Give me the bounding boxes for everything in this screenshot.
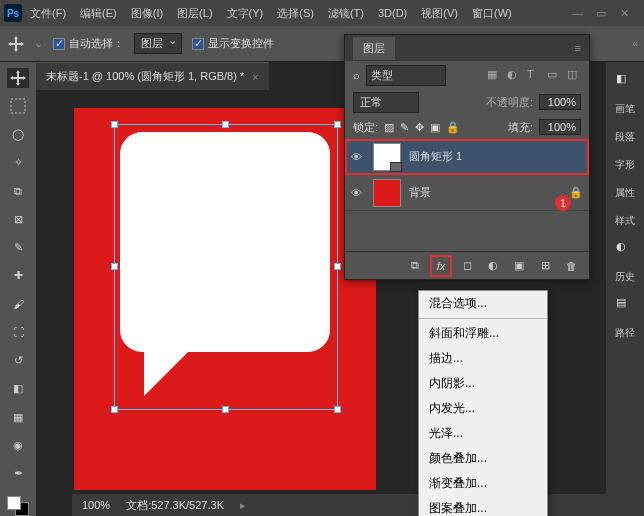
visibility-eye-icon[interactable]: 👁	[351, 187, 365, 199]
marquee-tool[interactable]	[7, 96, 29, 116]
delete-layer-icon[interactable]: 🗑	[563, 258, 579, 274]
filter-adjust-icon[interactable]: ◐	[507, 68, 521, 82]
dock-brush[interactable]: 画笔	[610, 98, 640, 120]
menu-text[interactable]: 文字(Y)	[221, 2, 270, 25]
color-panel-icon[interactable]: ◧	[616, 72, 634, 90]
brush-tool[interactable]: 🖌	[7, 294, 29, 314]
document-tab[interactable]: 未标题-1 @ 100% (圆角矩形 1, RGB/8) *×	[36, 62, 269, 90]
move-tool-icon	[8, 36, 24, 52]
move-tool[interactable]	[7, 68, 29, 88]
filter-text-icon[interactable]: T	[527, 68, 541, 82]
filter-type-dropdown[interactable]: 类型	[366, 65, 446, 86]
lock-pixels-icon[interactable]: ✎	[400, 121, 409, 134]
window-controls: — ▭ ✕	[572, 7, 640, 19]
lock-all-icon[interactable]: 🔒	[446, 121, 460, 134]
opacity-label: 不透明度:	[486, 95, 533, 110]
fx-blend-options[interactable]: 混合选项...	[419, 291, 547, 316]
layer-thumbnail[interactable]	[373, 179, 401, 207]
dock-paths[interactable]: 路径	[610, 322, 640, 344]
layers-panel-footer: ⧉ fx ◻ ◐ ▣ ⊞ 🗑	[345, 251, 589, 279]
adjustments-panel-icon[interactable]: ◐	[616, 240, 634, 258]
healing-tool[interactable]: ✚	[7, 266, 29, 286]
collapse-panels-icon[interactable]: «	[632, 38, 638, 49]
gradient-tool[interactable]: ▦	[7, 407, 29, 427]
canvas[interactable]	[74, 108, 376, 490]
lock-row: 锁定: ▨ ✎ ✥ ▣ 🔒 填充: 100%	[345, 115, 589, 139]
panel-menu-icon[interactable]: ≡	[575, 42, 581, 54]
auto-select-target-dropdown[interactable]: 图层	[134, 33, 182, 54]
menu-view[interactable]: 视图(V)	[415, 2, 464, 25]
speech-bubble-shape[interactable]	[120, 132, 330, 392]
dock-history[interactable]: 历史	[610, 266, 640, 288]
fx-bevel[interactable]: 斜面和浮雕...	[419, 321, 547, 346]
visibility-eye-icon[interactable]: 👁	[351, 151, 365, 163]
fx-satin[interactable]: 光泽...	[419, 421, 547, 446]
lasso-tool[interactable]: ◯	[7, 125, 29, 145]
dock-styles[interactable]: 样式	[610, 210, 640, 232]
layer-row-selected[interactable]: 👁 圆角矩形 1	[345, 139, 589, 175]
opacity-input[interactable]: 100%	[539, 94, 581, 110]
fx-inner-glow[interactable]: 内发光...	[419, 396, 547, 421]
frame-tool[interactable]: ⊠	[7, 209, 29, 229]
dock-paragraph[interactable]: 段落	[610, 126, 640, 148]
right-dock: ◧ 画笔 段落 字形 属性 样式 ◐ 历史 ▤ 路径	[606, 62, 644, 516]
fx-inner-shadow[interactable]: 内阴影...	[419, 371, 547, 396]
menu-window[interactable]: 窗口(W)	[466, 2, 518, 25]
eraser-tool[interactable]: ◧	[7, 379, 29, 399]
menu-filter[interactable]: 滤镜(T)	[322, 2, 370, 25]
fx-stroke[interactable]: 描边...	[419, 346, 547, 371]
filter-shape-icon[interactable]: ▭	[547, 68, 561, 82]
fx-pattern-overlay[interactable]: 图案叠加...	[419, 496, 547, 516]
layer-name[interactable]: 背景	[409, 185, 561, 200]
menu-edit[interactable]: 编辑(E)	[74, 2, 123, 25]
menu-3d[interactable]: 3D(D)	[372, 3, 413, 23]
menu-select[interactable]: 选择(S)	[271, 2, 320, 25]
annotation-marker-1: 1	[555, 195, 571, 211]
chevron-down-icon[interactable]: ⌄	[34, 37, 43, 50]
group-icon[interactable]: ▣	[511, 258, 527, 274]
menu-file[interactable]: 文件(F)	[24, 2, 72, 25]
maximize-icon[interactable]: ▭	[596, 7, 608, 19]
layers-panel: 图层 ≡ ⌕ 类型 ▦ ◐ T ▭ ◫ 正常 不透明度: 100% 锁定: ▨ …	[344, 34, 590, 280]
link-layers-icon[interactable]: ⧉	[407, 258, 423, 274]
lock-position-icon[interactable]: ✥	[415, 121, 424, 134]
adjustment-layer-icon[interactable]: ◐	[485, 258, 501, 274]
blend-mode-row: 正常 不透明度: 100%	[345, 89, 589, 115]
zoom-level[interactable]: 100%	[82, 499, 110, 511]
stamp-tool[interactable]: ⛶	[7, 322, 29, 342]
layer-mask-icon[interactable]: ◻	[459, 258, 475, 274]
layer-row-background[interactable]: 👁 背景 🔒	[345, 175, 589, 211]
lock-transparency-icon[interactable]: ▨	[384, 121, 394, 134]
show-transform-checkbox[interactable]: ✓显示变换控件	[192, 36, 274, 51]
filter-smart-icon[interactable]: ◫	[567, 68, 581, 82]
layer-name[interactable]: 圆角矩形 1	[409, 149, 583, 164]
history-brush-tool[interactable]: ↺	[7, 351, 29, 371]
dock-character[interactable]: 字形	[610, 154, 640, 176]
magic-wand-tool[interactable]: ✧	[7, 153, 29, 173]
layers-tab[interactable]: 图层	[353, 37, 395, 60]
layer-style-menu: 混合选项... 斜面和浮雕... 描边... 内阴影... 内发光... 光泽.…	[418, 290, 548, 516]
crop-tool[interactable]: ⧉	[7, 181, 29, 201]
new-layer-icon[interactable]: ⊞	[537, 258, 553, 274]
layers-panel-icon[interactable]: ▤	[616, 296, 634, 314]
pen-tool[interactable]: ✒	[7, 464, 29, 484]
dock-properties[interactable]: 属性	[610, 182, 640, 204]
blur-tool[interactable]: ◉	[7, 435, 29, 455]
menu-layer[interactable]: 图层(L)	[171, 2, 218, 25]
close-icon[interactable]: ✕	[620, 7, 632, 19]
blend-mode-dropdown[interactable]: 正常	[353, 92, 419, 113]
color-swatches[interactable]	[7, 496, 29, 516]
ps-logo: Ps	[4, 4, 22, 22]
menu-image[interactable]: 图像(I)	[125, 2, 169, 25]
fill-input[interactable]: 100%	[539, 119, 581, 135]
fx-gradient-overlay[interactable]: 渐变叠加...	[419, 471, 547, 496]
layer-fx-button[interactable]: fx	[433, 258, 449, 274]
eyedropper-tool[interactable]: ✎	[7, 238, 29, 258]
fx-color-overlay[interactable]: 颜色叠加...	[419, 446, 547, 471]
document-size: 文档:527.3K/527.3K	[126, 498, 224, 513]
layer-thumbnail[interactable]	[373, 143, 401, 171]
filter-pixel-icon[interactable]: ▦	[487, 68, 501, 82]
auto-select-checkbox[interactable]: ✓自动选择：	[53, 36, 124, 51]
lock-artboard-icon[interactable]: ▣	[430, 121, 440, 134]
minimize-icon[interactable]: —	[572, 7, 584, 19]
